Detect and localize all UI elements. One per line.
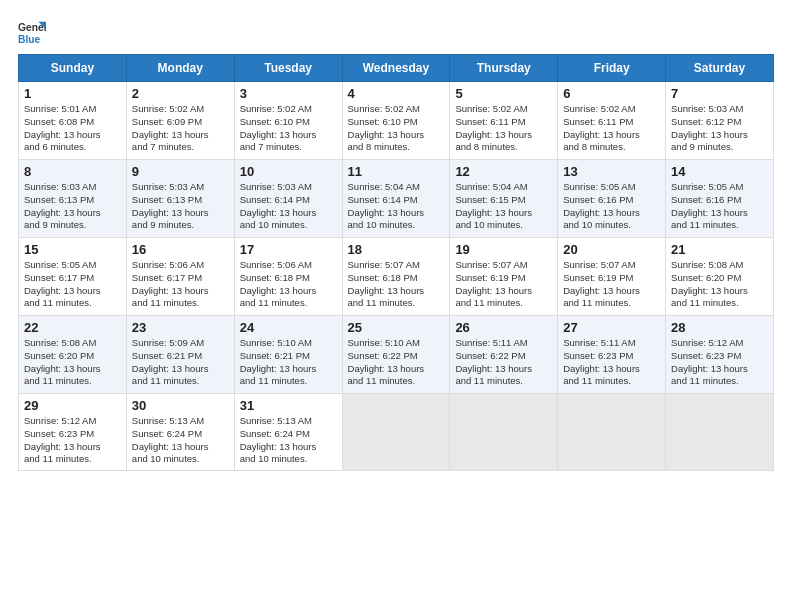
cell-line: Daylight: 13 hours [455,363,552,376]
day-number: 15 [24,242,121,257]
day-number: 10 [240,164,337,179]
calendar-header-tuesday: Tuesday [234,55,342,82]
day-number: 7 [671,86,768,101]
cell-line: Sunrise: 5:02 AM [132,103,229,116]
cell-line: and 10 minutes. [240,453,337,466]
cell-info: Sunrise: 5:08 AMSunset: 6:20 PMDaylight:… [24,337,121,388]
day-number: 4 [348,86,445,101]
cell-line: and 11 minutes. [671,297,768,310]
day-number: 6 [563,86,660,101]
cell-line: Daylight: 13 hours [240,285,337,298]
calendar-header-row: SundayMondayTuesdayWednesdayThursdayFrid… [19,55,774,82]
cell-info: Sunrise: 5:03 AMSunset: 6:13 PMDaylight:… [24,181,121,232]
cell-line: Sunrise: 5:10 AM [348,337,445,350]
cell-line: Sunset: 6:16 PM [671,194,768,207]
cell-info: Sunrise: 5:03 AMSunset: 6:12 PMDaylight:… [671,103,768,154]
calendar-cell: 12Sunrise: 5:04 AMSunset: 6:15 PMDayligh… [450,160,558,238]
cell-line: Sunrise: 5:05 AM [24,259,121,272]
cell-info: Sunrise: 5:01 AMSunset: 6:08 PMDaylight:… [24,103,121,154]
cell-line: Sunset: 6:17 PM [132,272,229,285]
cell-info: Sunrise: 5:02 AMSunset: 6:10 PMDaylight:… [348,103,445,154]
calendar-cell: 21Sunrise: 5:08 AMSunset: 6:20 PMDayligh… [666,238,774,316]
cell-line: Sunset: 6:13 PM [132,194,229,207]
cell-info: Sunrise: 5:13 AMSunset: 6:24 PMDaylight:… [240,415,337,466]
cell-info: Sunrise: 5:03 AMSunset: 6:13 PMDaylight:… [132,181,229,232]
cell-line: Daylight: 13 hours [24,285,121,298]
cell-info: Sunrise: 5:11 AMSunset: 6:23 PMDaylight:… [563,337,660,388]
cell-info: Sunrise: 5:07 AMSunset: 6:19 PMDaylight:… [455,259,552,310]
day-number: 24 [240,320,337,335]
cell-line: Sunrise: 5:04 AM [348,181,445,194]
cell-line: Sunset: 6:24 PM [132,428,229,441]
cell-line: Daylight: 13 hours [348,207,445,220]
cell-info: Sunrise: 5:08 AMSunset: 6:20 PMDaylight:… [671,259,768,310]
day-number: 2 [132,86,229,101]
calendar-cell: 16Sunrise: 5:06 AMSunset: 6:17 PMDayligh… [126,238,234,316]
calendar-cell: 6Sunrise: 5:02 AMSunset: 6:11 PMDaylight… [558,82,666,160]
logo-icon: General Blue [18,18,46,46]
cell-line: Sunset: 6:20 PM [24,350,121,363]
cell-line: Sunset: 6:19 PM [455,272,552,285]
cell-line: and 10 minutes. [455,219,552,232]
cell-line: Daylight: 13 hours [240,207,337,220]
calendar-cell [666,394,774,471]
calendar-cell: 31Sunrise: 5:13 AMSunset: 6:24 PMDayligh… [234,394,342,471]
day-number: 17 [240,242,337,257]
cell-line: Daylight: 13 hours [132,129,229,142]
cell-line: Daylight: 13 hours [132,363,229,376]
cell-line: Sunrise: 5:01 AM [24,103,121,116]
calendar-cell: 18Sunrise: 5:07 AMSunset: 6:18 PMDayligh… [342,238,450,316]
calendar-cell: 10Sunrise: 5:03 AMSunset: 6:14 PMDayligh… [234,160,342,238]
day-number: 8 [24,164,121,179]
calendar-cell: 13Sunrise: 5:05 AMSunset: 6:16 PMDayligh… [558,160,666,238]
day-number: 16 [132,242,229,257]
calendar-cell [342,394,450,471]
day-number: 22 [24,320,121,335]
calendar-cell [450,394,558,471]
cell-line: and 8 minutes. [455,141,552,154]
day-number: 28 [671,320,768,335]
cell-line: Sunset: 6:15 PM [455,194,552,207]
calendar-cell: 8Sunrise: 5:03 AMSunset: 6:13 PMDaylight… [19,160,127,238]
cell-info: Sunrise: 5:09 AMSunset: 6:21 PMDaylight:… [132,337,229,388]
cell-line: and 7 minutes. [132,141,229,154]
header: General Blue [18,18,774,46]
calendar-cell: 3Sunrise: 5:02 AMSunset: 6:10 PMDaylight… [234,82,342,160]
cell-line: Daylight: 13 hours [132,441,229,454]
cell-line: Sunrise: 5:03 AM [671,103,768,116]
cell-line: Sunrise: 5:03 AM [24,181,121,194]
cell-line: Daylight: 13 hours [563,129,660,142]
cell-line: Sunset: 6:17 PM [24,272,121,285]
cell-line: Sunset: 6:22 PM [455,350,552,363]
day-number: 5 [455,86,552,101]
calendar-cell: 11Sunrise: 5:04 AMSunset: 6:14 PMDayligh… [342,160,450,238]
cell-line: and 8 minutes. [348,141,445,154]
cell-line: Sunset: 6:23 PM [563,350,660,363]
calendar-header-saturday: Saturday [666,55,774,82]
cell-line: Daylight: 13 hours [671,285,768,298]
calendar-cell: 2Sunrise: 5:02 AMSunset: 6:09 PMDaylight… [126,82,234,160]
day-number: 1 [24,86,121,101]
cell-line: Daylight: 13 hours [455,207,552,220]
cell-line: and 7 minutes. [240,141,337,154]
cell-line: Sunset: 6:24 PM [240,428,337,441]
cell-line: Sunset: 6:13 PM [24,194,121,207]
cell-line: Sunset: 6:18 PM [348,272,445,285]
day-number: 11 [348,164,445,179]
cell-line: Sunset: 6:11 PM [455,116,552,129]
cell-line: Sunrise: 5:12 AM [24,415,121,428]
cell-line: Sunset: 6:19 PM [563,272,660,285]
cell-line: Sunrise: 5:02 AM [455,103,552,116]
cell-line: Sunset: 6:10 PM [240,116,337,129]
cell-line: Daylight: 13 hours [240,441,337,454]
cell-line: Sunrise: 5:04 AM [455,181,552,194]
cell-line: Sunrise: 5:12 AM [671,337,768,350]
cell-line: and 11 minutes. [24,453,121,466]
page: General Blue SundayMondayTuesdayWednesda… [0,0,792,481]
calendar-cell: 24Sunrise: 5:10 AMSunset: 6:21 PMDayligh… [234,316,342,394]
cell-line: Sunrise: 5:02 AM [240,103,337,116]
day-number: 19 [455,242,552,257]
day-number: 9 [132,164,229,179]
cell-info: Sunrise: 5:05 AMSunset: 6:16 PMDaylight:… [563,181,660,232]
cell-info: Sunrise: 5:02 AMSunset: 6:11 PMDaylight:… [455,103,552,154]
